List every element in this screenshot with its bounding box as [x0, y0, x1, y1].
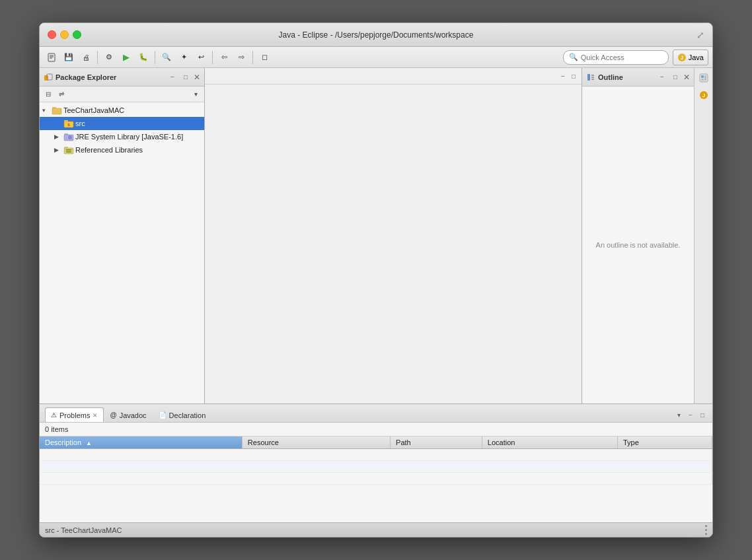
dot3: [705, 533, 707, 535]
col-type[interactable]: Type: [617, 437, 712, 449]
tree-item-reflibs[interactable]: ▶ Referenced Libraries: [40, 143, 204, 157]
run-icon: ▶: [123, 52, 130, 62]
run-button[interactable]: ▶: [118, 50, 134, 65]
javadoc-tab-label: Javadoc: [120, 411, 147, 419]
java-perspective-icon: J: [677, 53, 687, 62]
sep2: [155, 51, 155, 64]
main-content: Package Explorer − □ ✕ ⊟ ⇌ ▾ ▾: [40, 68, 712, 403]
col-description[interactable]: Description ▲: [40, 437, 242, 449]
new-button[interactable]: [44, 50, 59, 65]
col-path[interactable]: Path: [391, 437, 482, 449]
status-dots[interactable]: [705, 525, 707, 535]
icon-strip-btn-1[interactable]: [696, 71, 711, 85]
problems-count: 0 items: [40, 423, 712, 437]
perspective-button[interactable]: J Java: [673, 50, 708, 65]
col-resource[interactable]: Resource: [242, 437, 390, 449]
maximize-button[interactable]: [73, 30, 81, 39]
perspective-label: Java: [689, 53, 704, 61]
jre-icon: [63, 131, 74, 142]
svg-rect-22: [66, 149, 71, 151]
jre-label: JRE System Library [JavaSE-1.6]: [75, 133, 183, 141]
svg-point-18: [68, 135, 72, 139]
close-button[interactable]: [48, 30, 56, 39]
title-bar: Java - Eclipse - /Users/pepjorge/Documen…: [40, 23, 712, 47]
toolbar-btn-8[interactable]: ✦: [176, 50, 192, 65]
svg-rect-30: [704, 75, 706, 81]
tree-arrow-project: ▾: [42, 107, 50, 114]
close-panel-button[interactable]: ✕: [194, 73, 200, 82]
search-icon: 🔍: [569, 53, 578, 61]
outline-icon: [586, 73, 595, 82]
collapse-all-button[interactable]: ⊟: [42, 88, 54, 100]
outline-panel: Outline − □ ✕ An outline is not availabl…: [582, 68, 694, 403]
col-location[interactable]: Location: [482, 437, 617, 449]
icon-strip-btn-2[interactable]: J: [696, 88, 711, 102]
view-menu-button[interactable]: ▾: [190, 88, 202, 100]
icon-strip: J: [694, 68, 712, 403]
minimize-button[interactable]: [60, 30, 69, 39]
quick-access-input[interactable]: [581, 53, 663, 61]
declaration-tab-label: Declaration: [169, 411, 206, 419]
editor-content[interactable]: [205, 85, 582, 403]
toolbar-btn-3[interactable]: 🖨: [78, 50, 94, 65]
outline-close[interactable]: ✕: [683, 73, 690, 82]
perspective-switch-icon: [698, 73, 709, 83]
toolbar-btn-12[interactable]: ◻: [256, 50, 272, 65]
project-name: TeeChartJavaMAC: [63, 106, 124, 114]
bottom-content: 0 items Description ▲ Resource Path Loca…: [40, 423, 712, 522]
status-text: src - TeeChartJavaMAC: [45, 526, 122, 534]
status-bar: src - TeeChartJavaMAC: [40, 522, 712, 537]
table-row: [40, 473, 712, 485]
bottom-tabs: ⚠ Problems ✕ @ Javadoc 📄 Declaration ▾ −…: [40, 404, 712, 423]
toolbar-btn-7[interactable]: 🔍: [159, 50, 174, 65]
bottom-minimize-btn[interactable]: ▾: [674, 410, 683, 419]
toolbar-btn-9[interactable]: ↩: [193, 50, 209, 65]
tree-item-src[interactable]: s src: [40, 117, 204, 130]
svg-text:J: J: [702, 92, 704, 98]
sort-icon: ▲: [86, 440, 92, 446]
tab-javadoc[interactable]: @ Javadoc: [104, 407, 152, 422]
editor-maximize[interactable]: □: [568, 71, 579, 81]
problems-tab-close[interactable]: ✕: [93, 412, 98, 419]
editor-panel: − □: [205, 68, 582, 403]
bottom-tab-controls: ▾ − □: [674, 410, 707, 422]
dot2: [705, 529, 707, 531]
svg-text:s: s: [67, 122, 70, 127]
sep1: [97, 51, 98, 64]
toolbar-btn-2[interactable]: 💾: [61, 50, 77, 65]
svg-rect-29: [701, 75, 704, 78]
editor-outline-area: − □ Outline: [205, 68, 712, 403]
problems-table[interactable]: Description ▲ Resource Path Location Typ…: [40, 437, 712, 522]
reflibs-label: Referenced Libraries: [75, 146, 143, 154]
toolbar-btn-6[interactable]: 🐛: [135, 50, 151, 65]
toolbar-btn-4[interactable]: ⚙: [101, 50, 117, 65]
svg-rect-0: [48, 53, 55, 61]
table-row: [40, 449, 712, 461]
bottom-min-btn[interactable]: −: [686, 410, 695, 419]
package-tree: ▾ TeeChartJavaMAC: [40, 102, 204, 403]
package-explorer-title: Package Explorer: [56, 73, 165, 81]
tab-declaration[interactable]: 📄 Declaration: [153, 407, 212, 422]
bottom-max-btn[interactable]: □: [698, 410, 707, 419]
src-folder-icon: s: [63, 118, 74, 129]
tab-problems[interactable]: ⚠ Problems ✕: [45, 407, 104, 422]
svg-rect-8: [52, 108, 61, 114]
editor-minimize[interactable]: −: [558, 71, 568, 81]
outline-maximize[interactable]: □: [670, 72, 681, 83]
toolbar-btn-11[interactable]: ⇨: [233, 50, 249, 65]
src-icon: s: [63, 118, 74, 129]
outline-minimize[interactable]: −: [657, 72, 667, 83]
maximize-panel-button[interactable]: □: [180, 72, 191, 83]
tree-item-project[interactable]: ▾ TeeChartJavaMAC: [40, 104, 204, 117]
project-icon: [52, 105, 62, 116]
eclipse-window: Java - Eclipse - /Users/pepjorge/Documen…: [39, 22, 713, 538]
resize-icon[interactable]: ⤢: [696, 30, 704, 40]
link-with-editor-button[interactable]: ⇌: [56, 88, 67, 100]
svg-rect-24: [587, 74, 590, 81]
svg-rect-31: [701, 79, 704, 81]
quick-access-search[interactable]: 🔍: [563, 50, 669, 65]
toolbar-btn-10[interactable]: ⇦: [216, 50, 232, 65]
minimize-panel-button[interactable]: −: [167, 72, 178, 83]
problems-tab-icon: ⚠: [51, 411, 57, 419]
tree-item-jre[interactable]: ▶ JRE System Library [JavaSE-1.6]: [40, 130, 204, 143]
